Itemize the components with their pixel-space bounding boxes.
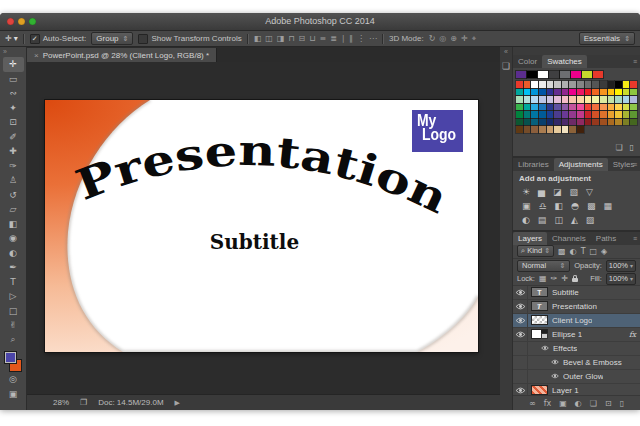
adjustment-icon[interactable]: ▽	[586, 187, 593, 197]
swatch[interactable]	[630, 96, 637, 103]
3d-mode-icon[interactable]: ↻	[429, 34, 436, 43]
swatch[interactable]	[554, 119, 561, 126]
align-icon[interactable]: ⋯	[369, 34, 377, 43]
layer-thumbnail[interactable]	[531, 385, 548, 395]
swatch[interactable]	[608, 81, 615, 88]
show-transform-controls-checkbox[interactable]: Show Transform Controls	[138, 34, 241, 44]
swatch[interactable]	[531, 96, 538, 103]
eraser-tool[interactable]: ▱	[3, 202, 24, 217]
auto-select-target-dropdown[interactable]: Group⇕	[91, 32, 133, 45]
panel-tab[interactable]: Color	[513, 55, 542, 68]
screen-mode-button[interactable]: ▣	[3, 387, 24, 402]
layer-name[interactable]: Outer Glow	[563, 372, 603, 381]
swatch[interactable]	[569, 81, 576, 88]
align-icon[interactable]: ≣	[330, 34, 337, 43]
fill-value[interactable]: 100% ▾	[606, 273, 636, 285]
swatch[interactable]	[547, 119, 554, 126]
swatch[interactable]	[547, 111, 554, 118]
panel-tab[interactable]: Swatches	[542, 55, 587, 68]
effect-visibility-toggle[interactable]	[551, 359, 559, 365]
swatch[interactable]	[615, 96, 622, 103]
swatch[interactable]	[562, 89, 569, 96]
zoom-tool[interactable]: ⌕	[3, 333, 24, 348]
adjustment-icon[interactable]: ◐	[522, 215, 530, 225]
swatch[interactable]	[524, 119, 531, 126]
blur-tool[interactable]: ◉	[3, 231, 24, 246]
swatch[interactable]	[608, 119, 615, 126]
swatch[interactable]	[585, 81, 592, 88]
layers-footer-icon[interactable]: ∞	[529, 399, 536, 408]
swatch[interactable]	[623, 119, 630, 126]
swatch[interactable]	[592, 104, 599, 111]
adjustment-icon[interactable]: ▣	[522, 201, 531, 211]
layer-name[interactable]: Presentation	[552, 302, 597, 311]
effect-visibility-toggle[interactable]	[541, 345, 549, 351]
layer-row[interactable]: Client Logo	[513, 314, 640, 328]
3d-mode-icon[interactable]: ◎	[439, 34, 446, 43]
layer-filter-type-icon[interactable]: ◈	[601, 247, 607, 256]
layer-name[interactable]: Client Logo	[552, 316, 592, 325]
3d-mode-icon[interactable]: ✛	[461, 34, 468, 43]
shape-tool[interactable]: □	[3, 304, 24, 319]
adjustment-icon[interactable]: ◪	[553, 187, 562, 197]
slide-document[interactable]: Presentation Subtitle My Logo	[45, 100, 478, 352]
swatch[interactable]	[577, 104, 584, 111]
swatch[interactable]	[516, 89, 523, 96]
swatch[interactable]	[592, 111, 599, 118]
swatch[interactable]	[585, 111, 592, 118]
layer-row[interactable]: Layer 1	[513, 384, 640, 396]
swatch[interactable]	[562, 111, 569, 118]
swatch[interactable]	[554, 89, 561, 96]
swatch[interactable]	[585, 119, 592, 126]
adjustment-icon[interactable]: ◭	[571, 215, 578, 225]
marquee-tool[interactable]: ▭	[3, 72, 24, 87]
history-brush-tool[interactable]: ↺	[3, 188, 24, 203]
workspace-switcher-dropdown[interactable]: Essentials⇕	[579, 32, 635, 45]
layer-filter-kind-dropdown[interactable]: ⌕ Kind ⇕	[517, 245, 554, 257]
swatch[interactable]	[615, 119, 622, 126]
swatch[interactable]	[600, 81, 607, 88]
swatch[interactable]	[516, 104, 523, 111]
swatch[interactable]	[608, 111, 615, 118]
lock-option-icon[interactable]: ✑	[551, 274, 558, 283]
adjustment-icon[interactable]: ♎	[539, 201, 547, 211]
panel-menu-icon[interactable]: ≡	[633, 58, 637, 65]
adjustment-icon[interactable]: ▦	[603, 201, 612, 211]
adjustment-icon[interactable]: ◓	[571, 201, 579, 211]
quick-selection-tool[interactable]: ✦	[3, 101, 24, 116]
3d-mode-icon[interactable]: ⊕	[450, 34, 457, 43]
swatch[interactable]	[531, 81, 538, 88]
swatch[interactable]	[547, 81, 554, 88]
swatch[interactable]	[569, 104, 576, 111]
swatch[interactable]	[585, 96, 592, 103]
swatch[interactable]	[600, 119, 607, 126]
lock-all-icon[interactable]	[572, 278, 578, 282]
swatch[interactable]	[539, 111, 546, 118]
minimize-window-button[interactable]	[18, 18, 25, 25]
adjustment-icon[interactable]: ◫	[554, 215, 563, 225]
layer-thumbnail[interactable]: T	[531, 301, 548, 311]
swatch[interactable]	[516, 126, 523, 133]
panel-menu-icon[interactable]: ≡	[633, 161, 637, 168]
collapsed-panel-icon[interactable]: ❏	[502, 61, 510, 71]
layer-name[interactable]: Effects	[553, 344, 577, 353]
client-logo[interactable]: My Logo	[412, 110, 463, 152]
swatch[interactable]	[615, 89, 622, 96]
swatch[interactable]	[623, 89, 630, 96]
swatch[interactable]	[577, 81, 584, 88]
swatch[interactable]	[524, 81, 531, 88]
quick-mask-button[interactable]: ◎	[3, 372, 24, 387]
swatch[interactable]	[562, 96, 569, 103]
adjustment-icon[interactable]: ◧	[555, 201, 564, 211]
swatch[interactable]	[562, 81, 569, 88]
layer-row[interactable]: T Presentation	[513, 300, 640, 314]
swatch[interactable]	[577, 89, 584, 96]
effect-visibility-toggle[interactable]	[551, 373, 559, 379]
swatch[interactable]	[608, 104, 615, 111]
align-icon[interactable]: ⊔	[309, 34, 315, 43]
swatch[interactable]	[547, 126, 554, 133]
swatch[interactable]	[539, 81, 546, 88]
swatch[interactable]	[569, 126, 576, 133]
recent-swatch[interactable]	[549, 71, 559, 78]
panel-tab[interactable]: Layers	[513, 232, 547, 245]
